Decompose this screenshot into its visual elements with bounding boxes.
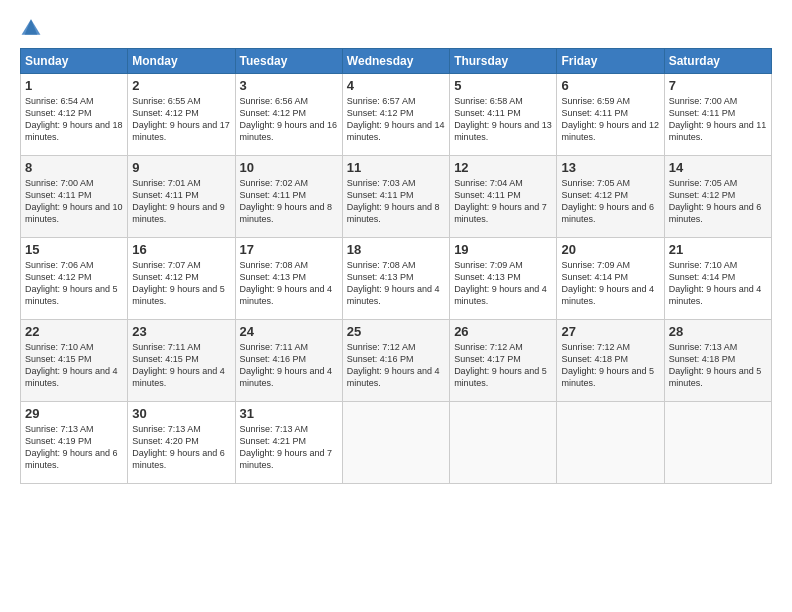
day-number: 8 xyxy=(25,160,123,175)
calendar-table: Sunday Monday Tuesday Wednesday Thursday… xyxy=(20,48,772,484)
logo xyxy=(20,16,44,38)
day-content: Sunrise: 7:11 AMSunset: 4:16 PMDaylight:… xyxy=(240,341,338,390)
page: Sunday Monday Tuesday Wednesday Thursday… xyxy=(0,0,792,612)
day-number: 22 xyxy=(25,324,123,339)
col-friday: Friday xyxy=(557,49,664,74)
col-monday: Monday xyxy=(128,49,235,74)
table-row: 31Sunrise: 7:13 AMSunset: 4:21 PMDayligh… xyxy=(235,402,342,484)
day-number: 15 xyxy=(25,242,123,257)
table-row: 4Sunrise: 6:57 AMSunset: 4:12 PMDaylight… xyxy=(342,74,449,156)
day-content: Sunrise: 7:08 AMSunset: 4:13 PMDaylight:… xyxy=(240,259,338,308)
header xyxy=(20,16,772,38)
day-number: 5 xyxy=(454,78,552,93)
col-saturday: Saturday xyxy=(664,49,771,74)
day-content: Sunrise: 7:12 AMSunset: 4:16 PMDaylight:… xyxy=(347,341,445,390)
day-number: 4 xyxy=(347,78,445,93)
day-number: 9 xyxy=(132,160,230,175)
table-row: 10Sunrise: 7:02 AMSunset: 4:11 PMDayligh… xyxy=(235,156,342,238)
table-row: 16Sunrise: 7:07 AMSunset: 4:12 PMDayligh… xyxy=(128,238,235,320)
table-row: 20Sunrise: 7:09 AMSunset: 4:14 PMDayligh… xyxy=(557,238,664,320)
day-content: Sunrise: 7:13 AMSunset: 4:21 PMDaylight:… xyxy=(240,423,338,472)
calendar-body: 1Sunrise: 6:54 AMSunset: 4:12 PMDaylight… xyxy=(21,74,772,484)
table-row: 7Sunrise: 7:00 AMSunset: 4:11 PMDaylight… xyxy=(664,74,771,156)
table-row: 17Sunrise: 7:08 AMSunset: 4:13 PMDayligh… xyxy=(235,238,342,320)
day-content: Sunrise: 6:55 AMSunset: 4:12 PMDaylight:… xyxy=(132,95,230,144)
day-content: Sunrise: 7:13 AMSunset: 4:18 PMDaylight:… xyxy=(669,341,767,390)
table-row: 27Sunrise: 7:12 AMSunset: 4:18 PMDayligh… xyxy=(557,320,664,402)
day-number: 18 xyxy=(347,242,445,257)
col-thursday: Thursday xyxy=(450,49,557,74)
table-row: 6Sunrise: 6:59 AMSunset: 4:11 PMDaylight… xyxy=(557,74,664,156)
table-row: 1Sunrise: 6:54 AMSunset: 4:12 PMDaylight… xyxy=(21,74,128,156)
day-content: Sunrise: 7:13 AMSunset: 4:20 PMDaylight:… xyxy=(132,423,230,472)
table-row: 15Sunrise: 7:06 AMSunset: 4:12 PMDayligh… xyxy=(21,238,128,320)
day-number: 26 xyxy=(454,324,552,339)
day-content: Sunrise: 7:05 AMSunset: 4:12 PMDaylight:… xyxy=(669,177,767,226)
day-content: Sunrise: 7:00 AMSunset: 4:11 PMDaylight:… xyxy=(669,95,767,144)
day-content: Sunrise: 7:07 AMSunset: 4:12 PMDaylight:… xyxy=(132,259,230,308)
day-number: 20 xyxy=(561,242,659,257)
table-row: 30Sunrise: 7:13 AMSunset: 4:20 PMDayligh… xyxy=(128,402,235,484)
day-number: 19 xyxy=(454,242,552,257)
day-number: 12 xyxy=(454,160,552,175)
table-row: 24Sunrise: 7:11 AMSunset: 4:16 PMDayligh… xyxy=(235,320,342,402)
day-number: 23 xyxy=(132,324,230,339)
table-row: 13Sunrise: 7:05 AMSunset: 4:12 PMDayligh… xyxy=(557,156,664,238)
table-row: 29Sunrise: 7:13 AMSunset: 4:19 PMDayligh… xyxy=(21,402,128,484)
table-row: 26Sunrise: 7:12 AMSunset: 4:17 PMDayligh… xyxy=(450,320,557,402)
table-row xyxy=(342,402,449,484)
logo-icon xyxy=(20,16,42,38)
day-content: Sunrise: 6:54 AMSunset: 4:12 PMDaylight:… xyxy=(25,95,123,144)
day-number: 25 xyxy=(347,324,445,339)
day-content: Sunrise: 7:04 AMSunset: 4:11 PMDaylight:… xyxy=(454,177,552,226)
col-tuesday: Tuesday xyxy=(235,49,342,74)
day-content: Sunrise: 6:57 AMSunset: 4:12 PMDaylight:… xyxy=(347,95,445,144)
day-content: Sunrise: 7:06 AMSunset: 4:12 PMDaylight:… xyxy=(25,259,123,308)
table-row: 8Sunrise: 7:00 AMSunset: 4:11 PMDaylight… xyxy=(21,156,128,238)
day-content: Sunrise: 7:05 AMSunset: 4:12 PMDaylight:… xyxy=(561,177,659,226)
table-row: 14Sunrise: 7:05 AMSunset: 4:12 PMDayligh… xyxy=(664,156,771,238)
day-content: Sunrise: 7:12 AMSunset: 4:17 PMDaylight:… xyxy=(454,341,552,390)
table-row: 5Sunrise: 6:58 AMSunset: 4:11 PMDaylight… xyxy=(450,74,557,156)
table-row xyxy=(450,402,557,484)
day-content: Sunrise: 7:10 AMSunset: 4:14 PMDaylight:… xyxy=(669,259,767,308)
day-number: 27 xyxy=(561,324,659,339)
table-row xyxy=(557,402,664,484)
table-row: 3Sunrise: 6:56 AMSunset: 4:12 PMDaylight… xyxy=(235,74,342,156)
day-number: 7 xyxy=(669,78,767,93)
table-row: 19Sunrise: 7:09 AMSunset: 4:13 PMDayligh… xyxy=(450,238,557,320)
table-row: 21Sunrise: 7:10 AMSunset: 4:14 PMDayligh… xyxy=(664,238,771,320)
table-row: 18Sunrise: 7:08 AMSunset: 4:13 PMDayligh… xyxy=(342,238,449,320)
col-wednesday: Wednesday xyxy=(342,49,449,74)
day-number: 14 xyxy=(669,160,767,175)
day-number: 13 xyxy=(561,160,659,175)
day-content: Sunrise: 7:08 AMSunset: 4:13 PMDaylight:… xyxy=(347,259,445,308)
table-row: 25Sunrise: 7:12 AMSunset: 4:16 PMDayligh… xyxy=(342,320,449,402)
day-content: Sunrise: 6:59 AMSunset: 4:11 PMDaylight:… xyxy=(561,95,659,144)
day-content: Sunrise: 7:03 AMSunset: 4:11 PMDaylight:… xyxy=(347,177,445,226)
day-number: 1 xyxy=(25,78,123,93)
calendar-header: Sunday Monday Tuesday Wednesday Thursday… xyxy=(21,49,772,74)
day-number: 28 xyxy=(669,324,767,339)
table-row: 12Sunrise: 7:04 AMSunset: 4:11 PMDayligh… xyxy=(450,156,557,238)
day-content: Sunrise: 7:02 AMSunset: 4:11 PMDaylight:… xyxy=(240,177,338,226)
day-content: Sunrise: 6:56 AMSunset: 4:12 PMDaylight:… xyxy=(240,95,338,144)
day-number: 3 xyxy=(240,78,338,93)
day-number: 6 xyxy=(561,78,659,93)
table-row: 2Sunrise: 6:55 AMSunset: 4:12 PMDaylight… xyxy=(128,74,235,156)
day-number: 2 xyxy=(132,78,230,93)
table-row: 9Sunrise: 7:01 AMSunset: 4:11 PMDaylight… xyxy=(128,156,235,238)
header-row: Sunday Monday Tuesday Wednesday Thursday… xyxy=(21,49,772,74)
day-content: Sunrise: 7:01 AMSunset: 4:11 PMDaylight:… xyxy=(132,177,230,226)
day-content: Sunrise: 7:11 AMSunset: 4:15 PMDaylight:… xyxy=(132,341,230,390)
table-row: 11Sunrise: 7:03 AMSunset: 4:11 PMDayligh… xyxy=(342,156,449,238)
day-content: Sunrise: 7:12 AMSunset: 4:18 PMDaylight:… xyxy=(561,341,659,390)
day-content: Sunrise: 6:58 AMSunset: 4:11 PMDaylight:… xyxy=(454,95,552,144)
table-row xyxy=(664,402,771,484)
day-content: Sunrise: 7:09 AMSunset: 4:14 PMDaylight:… xyxy=(561,259,659,308)
table-row: 22Sunrise: 7:10 AMSunset: 4:15 PMDayligh… xyxy=(21,320,128,402)
day-number: 17 xyxy=(240,242,338,257)
day-number: 30 xyxy=(132,406,230,421)
day-number: 31 xyxy=(240,406,338,421)
day-number: 10 xyxy=(240,160,338,175)
